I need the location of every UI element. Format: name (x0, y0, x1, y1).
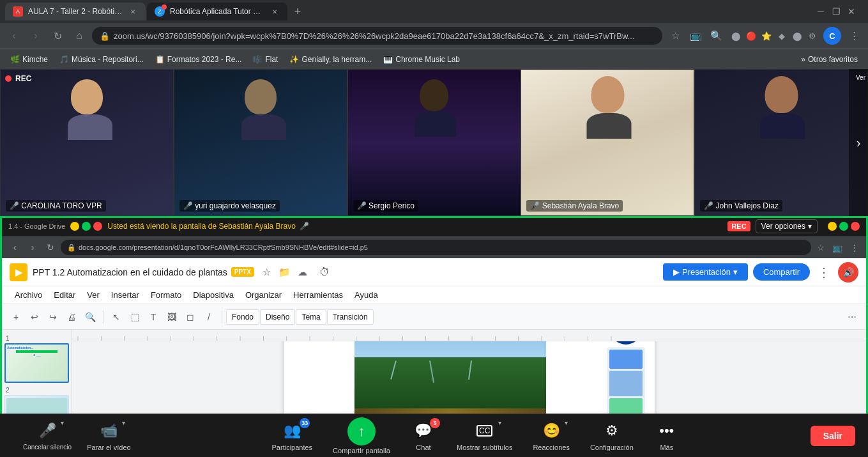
profile-button[interactable]: C (823, 27, 841, 45)
restore-button[interactable]: ❐ (830, 5, 842, 18)
menu-insertar[interactable]: Insertar (106, 288, 144, 302)
slides-folder-icon[interactable]: 📁 (277, 265, 293, 280)
menu-formato[interactable]: Formato (146, 288, 187, 302)
leave-button[interactable]: Salir (811, 426, 855, 446)
menu-archivo[interactable]: Archivo (10, 288, 47, 302)
extensions-button[interactable]: ⚙ (805, 29, 819, 43)
more-button-group[interactable]: ••• Más (644, 421, 690, 451)
chat-button-group[interactable]: 💬 5 Chat (400, 421, 446, 451)
minimize-button[interactable]: ─ (814, 5, 827, 18)
menu-editar[interactable]: Editar (49, 288, 80, 302)
toolbar-image-icon[interactable]: 🖼 (163, 308, 181, 326)
subtitles-button-group[interactable]: CC ▾ Mostrar subtítulos (446, 421, 522, 451)
slides-star-icon[interactable]: ☆ (259, 265, 275, 280)
share-screen-button[interactable]: ↑ (347, 417, 376, 445)
video-strip: REC 🎤 CAROLINA TORO VPR 🎤 yuri guajardo … (0, 69, 868, 216)
bookmark-item-1[interactable]: 🌿 Kimche (5, 52, 53, 67)
toolbar-select-icon[interactable]: ⬚ (126, 308, 144, 326)
chrome-menu-button[interactable]: ⋮ (845, 27, 863, 45)
more-bookmarks-button[interactable]: » Otros favoritos (796, 52, 863, 67)
inner-address-bar[interactable]: 🔒 docs.google.com/presentation/d/1qnoT0o… (61, 240, 811, 255)
mute-button-group[interactable]: 🎤 ▾ Cancelar silencio (13, 421, 82, 451)
slides-speaker-icon[interactable]: 🔊 (838, 262, 858, 283)
menu-ayuda[interactable]: Ayuda (349, 288, 383, 302)
toolbar-text-icon[interactable]: T (144, 308, 162, 326)
slides-title-area: PPT 1.2 Automatizacion en el cuidado de … (33, 267, 254, 277)
reactions-button-group[interactable]: 😊 ▾ Reacciones (522, 421, 579, 451)
reload-button[interactable]: ↻ (49, 27, 66, 45)
toolbar-fondo-button[interactable]: Fondo (226, 309, 259, 325)
participants-button-group[interactable]: 👥 33 Participantes (262, 421, 323, 451)
browser-tab-1[interactable]: A AULA 7 - Taller 2 - Robótica Aplic... … (5, 3, 146, 20)
forward-button[interactable]: › (27, 27, 45, 45)
slides-more-button[interactable]: ⋮ (815, 263, 833, 281)
bookmark-item-4[interactable]: 🎼 Flat (248, 52, 283, 67)
inner-cast-icon[interactable]: 📺 (830, 240, 844, 254)
tab2-close[interactable]: ✕ (270, 6, 280, 17)
menu-herramientas[interactable]: Herramientas (288, 288, 348, 302)
slide-thumb-img-1: Automatizacion... ♻ ___ (4, 343, 69, 383)
inner-back-button[interactable]: ‹ (7, 240, 22, 255)
win-close-button[interactable] (851, 222, 860, 231)
config-button-group[interactable]: ⚙ Configuración (580, 421, 644, 451)
share-screen-button-group[interactable]: ↑ Compartir pantalla (323, 417, 400, 454)
ext-icon-4[interactable]: ◆ (775, 29, 789, 43)
ext-icon-3[interactable]: ⭐ (759, 29, 773, 43)
ver-options-text: Ver opciones (761, 222, 805, 231)
inner-close-button[interactable]: ✕ (93, 222, 102, 231)
video-button-group[interactable]: 📹 ▾ Parar el vídeo (77, 421, 141, 451)
inner-reload-button[interactable]: ↻ (43, 240, 58, 255)
ext-icon-1[interactable]: ⬤ (729, 29, 743, 43)
slides-cloud-icon[interactable]: ☁ (295, 265, 310, 280)
home-button[interactable]: ⌂ (70, 27, 88, 45)
inner-minimize-button[interactable]: ─ (70, 222, 79, 231)
ext-icon-2[interactable]: 🔴 (744, 29, 758, 43)
toolbar-transicion-button[interactable]: Transición (327, 309, 374, 325)
slides-share-button[interactable]: Compartir (753, 263, 810, 281)
screen-cast-icon[interactable]: 📺 (687, 27, 704, 45)
menu-organizar[interactable]: Organizar (240, 288, 287, 302)
toolbar-add-icon[interactable]: + (7, 308, 25, 326)
inner-star-icon[interactable]: ☆ (814, 240, 828, 254)
yuri-mic-icon: 🎤 (183, 201, 193, 210)
new-tab-button[interactable]: + (289, 3, 307, 20)
slides-present-button[interactable]: ▶ Presentación ▾ (663, 263, 748, 281)
toolbar-shapes-icon[interactable]: ◻ (181, 308, 199, 326)
win-minimize-button[interactable] (828, 222, 837, 231)
toolbar-redo-icon[interactable]: ↪ (44, 308, 62, 326)
toolbar-cursor-icon[interactable]: ↖ (107, 308, 125, 326)
slides-history-icon[interactable]: ⏱ (316, 263, 333, 281)
toolbar-undo-icon[interactable]: ↩ (26, 308, 43, 326)
win-maximize-button[interactable] (839, 222, 848, 231)
menu-diapositiva[interactable]: Diapositiva (188, 288, 239, 302)
toolbar-zoom-icon[interactable]: 🔍 (81, 308, 99, 326)
more-bookmarks-icon: » (801, 55, 805, 64)
zoom-icon[interactable]: 🔍 (707, 27, 725, 45)
inner-menu-icon[interactable]: ⋮ (847, 240, 861, 254)
reactions-icon: 😊 (543, 422, 560, 439)
tab1-close[interactable]: ✕ (128, 6, 138, 17)
close-button[interactable]: ✕ (845, 5, 858, 18)
inner-maximize-button[interactable]: □ (82, 222, 91, 231)
slide-thumb-1[interactable]: 1 Automatizacion... ♻ ___ (4, 335, 69, 383)
address-input[interactable]: 🔒 zoom.us/wc/93760385906/join?wpk=wcpk%7… (92, 27, 662, 45)
ver-options-button[interactable]: Ver opciones ▾ (756, 219, 818, 233)
bookmark-item-3[interactable]: 📋 Formatos 2023 - Re... (150, 52, 247, 67)
bookmark-item-2[interactable]: 🎵 Música - Repositori... (54, 52, 149, 67)
panel-toggle-button[interactable]: › Ver (849, 69, 868, 216)
bookmark-item-5[interactable]: ✨ Genially, la herram... (284, 52, 377, 67)
menu-ver[interactable]: Ver (82, 288, 105, 302)
video-chevron-icon: ▾ (122, 419, 125, 426)
toolbar-line-icon[interactable]: / (200, 308, 218, 326)
toolbar-tema-button[interactable]: Tema (296, 309, 326, 325)
inner-forward-button[interactable]: › (25, 240, 40, 255)
ext-icon-5[interactable]: ⬤ (790, 29, 804, 43)
toolbar-extra-icon[interactable]: ⋯ (843, 308, 861, 326)
bookmark-star-icon[interactable]: ☆ (666, 27, 684, 45)
tab2-favicon: Z (155, 6, 165, 17)
bookmark-item-6[interactable]: 🎹 Chrome Music Lab (378, 52, 465, 67)
toolbar-diseno-button[interactable]: Diseño (260, 309, 295, 325)
back-button[interactable]: ‹ (5, 27, 23, 45)
browser-tab-2[interactable]: Z Robótica Aplicada Tutor 3 Te... ✕ (147, 3, 287, 20)
toolbar-print-icon[interactable]: 🖨 (63, 308, 80, 326)
